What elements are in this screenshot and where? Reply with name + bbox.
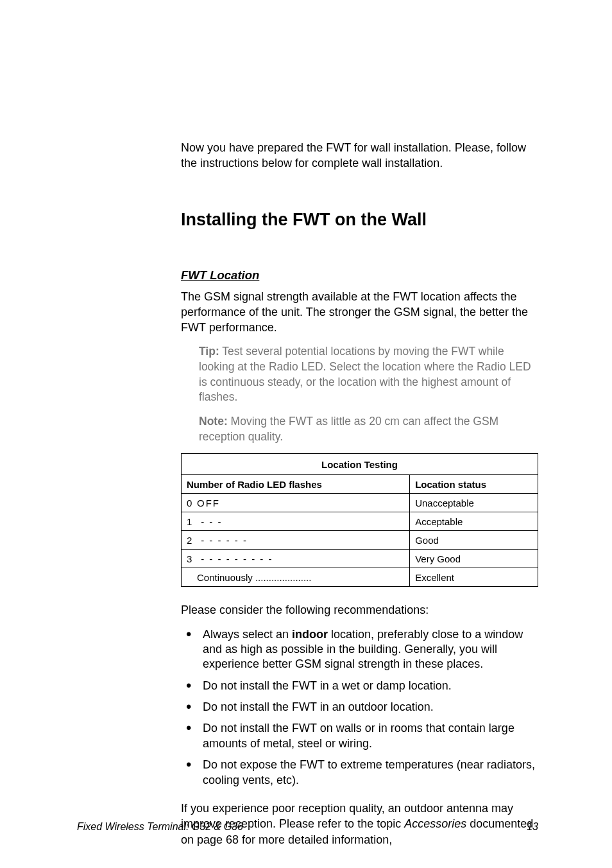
intro-paragraph: Now you have prepared the FWT for wall i… (181, 140, 538, 171)
flash-pattern: Continuously ..................... (197, 572, 311, 583)
bullet-text-bold: indoor (292, 628, 328, 641)
flash-number: 2 (187, 535, 197, 546)
table-row: 3 - - - - - - - - - Very Good (182, 550, 538, 568)
location-paragraph: The GSM signal strength available at the… (181, 289, 538, 336)
recommendations-intro: Please consider the following recommenda… (181, 602, 538, 618)
note-block: Note: Moving the FWT as little as 20 cm … (199, 414, 538, 444)
table-row: Continuously ..................... Excel… (182, 568, 538, 587)
location-status: Unacceptable (410, 494, 538, 512)
flash-pattern: - - - (197, 516, 223, 527)
table-row: 0OFF Unacceptable (182, 494, 538, 512)
footer-title: Fixed Wireless Terminal: G32 & G36 (77, 821, 243, 833)
tip-block: Tip: Test several potential locations by… (199, 344, 538, 405)
location-status: Good (410, 531, 538, 550)
location-status: Very Good (410, 550, 538, 568)
location-status: Excellent (410, 568, 538, 587)
note-body: Moving the FWT as little as 20 cm can af… (199, 415, 498, 443)
bullet-text-pre: Always select an (203, 628, 292, 641)
list-item: Do not expose the FWT to extreme tempera… (200, 758, 538, 788)
list-item: Do not install the FWT in an outdoor loc… (200, 700, 538, 715)
footer-page-number: 13 (527, 821, 538, 833)
flash-pattern: - - - - - - - - - (197, 553, 273, 564)
flash-pattern: OFF (197, 498, 220, 508)
list-item: Do not install the FWT on walls or in ro… (200, 721, 538, 751)
flash-number: 0 (187, 498, 197, 508)
table-row: 1 - - - Acceptable (182, 512, 538, 531)
section-heading: Installing the FWT on the Wall (181, 210, 538, 230)
list-item: Do not install the FWT in a wet or damp … (200, 679, 538, 693)
note-label: Note: (199, 415, 228, 428)
table-row: 2 - - - - - - Good (182, 531, 538, 550)
recommendations-list: Always select an indoor location, prefer… (181, 627, 538, 788)
list-item: Always select an indoor location, prefer… (200, 627, 538, 672)
location-testing-table: Location Testing Number of Radio LED fla… (181, 453, 538, 587)
tip-label: Tip: (199, 345, 219, 358)
tip-body: Test several potential locations by movi… (199, 345, 531, 403)
location-status: Acceptable (410, 512, 538, 531)
subsection-heading: FWT Location (181, 268, 538, 282)
flash-number: 3 (187, 553, 197, 564)
table-caption: Location Testing (182, 454, 538, 475)
table-header-flashes: Number of Radio LED flashes (182, 475, 410, 494)
table-header-status: Location status (410, 475, 538, 494)
page-footer: Fixed Wireless Terminal: G32 & G36 13 (77, 821, 538, 833)
flash-number: 1 (187, 516, 197, 527)
document-page: Now you have prepared the FWT for wall i… (0, 0, 612, 868)
flash-pattern: - - - - - - (197, 535, 248, 546)
